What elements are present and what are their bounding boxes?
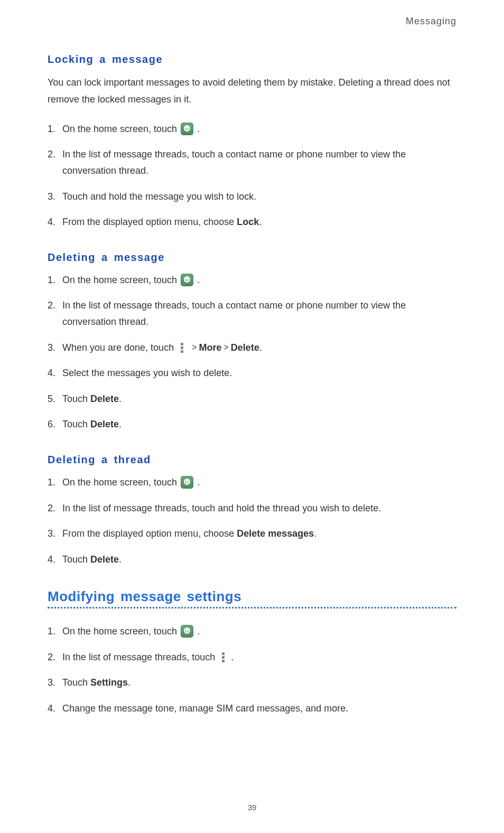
step: In the list of message threads, touch an… <box>48 500 456 517</box>
step-text: . <box>197 477 200 488</box>
bold-lock: Lock <box>237 217 259 227</box>
breadcrumb-separator: > <box>192 343 197 352</box>
step: From the displayed option menu, choose L… <box>48 214 456 230</box>
section-modifying-settings: Modifying message settings On the home s… <box>48 588 456 716</box>
step: On the home screen, touch . <box>48 623 456 640</box>
bold-delete: Delete <box>90 419 119 429</box>
steps-deleting-thread: On the home screen, touch . In the list … <box>48 474 456 567</box>
step-text: On the home screen, touch <box>62 124 180 134</box>
svg-point-7 <box>185 481 186 482</box>
step: Change the message tone, manage SIM card… <box>48 700 456 717</box>
step-text: . <box>259 217 262 227</box>
page-header: Messaging <box>48 16 456 27</box>
dotted-divider <box>48 607 456 609</box>
steps-deleting-message: On the home screen, touch . In the list … <box>48 272 456 433</box>
step: In the list of message threads, touch a … <box>48 146 456 179</box>
step-text: Touch <box>62 419 90 429</box>
bold-delete-messages: Delete messages <box>237 528 314 539</box>
step-text: On the home screen, touch <box>62 626 180 637</box>
bold-delete: Delete <box>90 554 119 565</box>
svg-point-1 <box>185 128 186 129</box>
messaging-app-icon <box>181 476 193 489</box>
messaging-app-icon <box>181 123 193 135</box>
step-text: On the home screen, touch <box>62 275 180 285</box>
subheading-locking: Locking a message <box>48 53 456 65</box>
heading-modifying-settings: Modifying message settings <box>48 588 456 605</box>
svg-point-11 <box>188 630 189 631</box>
step-text: Touch <box>62 554 90 565</box>
subheading-deleting-thread: Deleting a thread <box>48 454 456 466</box>
step: Touch Delete. <box>48 391 456 407</box>
bold-delete: Delete <box>90 394 119 404</box>
step: Touch Settings. <box>48 675 456 691</box>
section-locking: Locking a message You can lock important… <box>48 53 456 230</box>
svg-point-9 <box>184 628 190 634</box>
step-text: . <box>119 394 122 404</box>
step: On the home screen, touch . <box>48 121 456 137</box>
step-text: Touch <box>62 677 90 688</box>
step-text: . <box>314 528 316 539</box>
breadcrumb-separator: > <box>224 343 229 352</box>
intro-locking: You can lock important messages to avoid… <box>48 74 456 108</box>
step-text: From the displayed option menu, choose <box>62 217 237 227</box>
steps-modifying-settings: On the home screen, touch . In the list … <box>48 623 456 716</box>
svg-point-2 <box>188 128 189 129</box>
section-deleting-message: Deleting a message On the home screen, t… <box>48 251 456 433</box>
step: In the list of message threads, touch a … <box>48 297 456 330</box>
step-text: . <box>119 554 122 565</box>
step-text: From the displayed option menu, choose <box>62 528 237 539</box>
step: On the home screen, touch . <box>48 272 456 288</box>
step-text: . <box>231 652 234 662</box>
step-text: . <box>259 342 262 353</box>
svg-point-5 <box>188 279 189 280</box>
page: Messaging Locking a message You can lock… <box>0 0 504 833</box>
step-text: In the list of message threads, touch <box>62 652 218 662</box>
messaging-app-icon <box>181 274 193 286</box>
step-text: Touch <box>62 394 90 404</box>
svg-point-4 <box>185 279 186 280</box>
step: In the list of message threads, touch . <box>48 649 456 666</box>
step-text: On the home screen, touch <box>62 477 180 488</box>
step: Select the messages you wish to delete. <box>48 365 456 381</box>
svg-point-6 <box>184 479 190 485</box>
step-text: . <box>197 124 200 134</box>
step: On the home screen, touch . <box>48 474 456 491</box>
step-text: . <box>119 419 122 429</box>
step-text: . <box>197 626 200 637</box>
step: Touch Delete. <box>48 416 456 433</box>
step: Touch and hold the message you wish to l… <box>48 189 456 205</box>
page-number: 39 <box>0 803 504 812</box>
step: From the displayed option menu, choose D… <box>48 526 456 542</box>
bold-more: More <box>199 342 222 353</box>
bold-settings: Settings <box>90 677 128 688</box>
step-text: When you are done, touch <box>62 342 176 353</box>
overflow-menu-icon <box>219 651 227 663</box>
svg-point-10 <box>185 630 186 631</box>
steps-locking: On the home screen, touch . In the list … <box>48 121 456 230</box>
svg-point-0 <box>184 125 190 132</box>
svg-point-3 <box>184 276 190 283</box>
overflow-menu-icon <box>178 342 186 353</box>
step-text: . <box>197 275 200 285</box>
step: Touch Delete. <box>48 551 456 568</box>
step-text: . <box>128 677 130 688</box>
bold-delete: Delete <box>231 342 259 353</box>
subheading-deleting-message: Deleting a message <box>48 251 456 264</box>
svg-point-8 <box>188 481 189 482</box>
step: When you are done, touch >More>Delete. <box>48 340 456 356</box>
section-deleting-thread: Deleting a thread On the home screen, to… <box>48 454 456 567</box>
messaging-app-icon <box>181 625 193 638</box>
